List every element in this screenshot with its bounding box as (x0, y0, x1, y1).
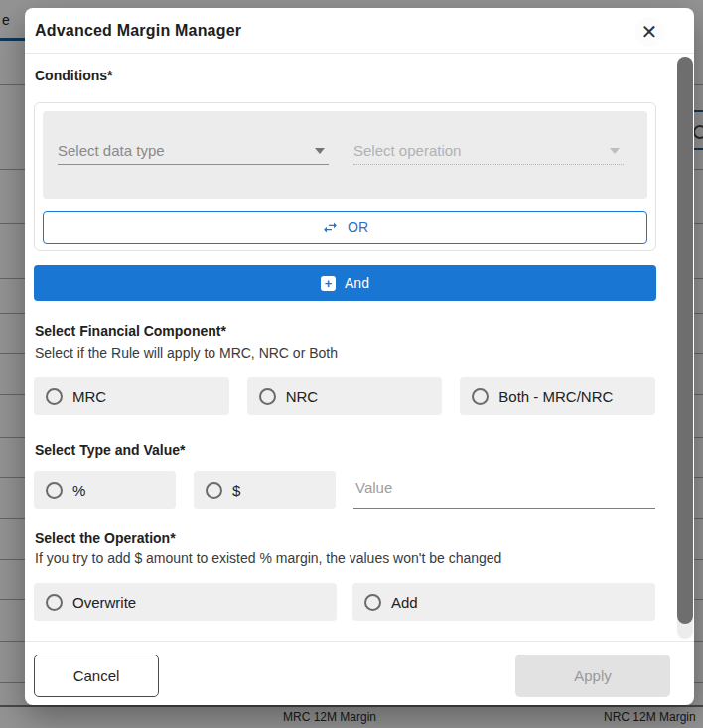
option-add[interactable]: Add (352, 583, 655, 621)
radio-icon (46, 388, 63, 405)
advanced-margin-manager-dialog: Advanced Margin Manager ✕ Conditions* Se… (25, 8, 694, 705)
cancel-button[interactable]: Cancel (34, 655, 159, 697)
chevron-down-icon (610, 148, 620, 154)
type-and-value-label: Select Type and Value* (35, 442, 185, 458)
radio-icon (472, 388, 489, 405)
option-label: $ (232, 482, 240, 499)
and-button-label: And (345, 275, 369, 291)
data-type-select[interactable]: Select data type (58, 137, 329, 165)
operation-options: Overwrite Add (34, 583, 655, 621)
financial-component-description: Select if the Rule will apply to MRC, NR… (35, 345, 338, 361)
option-overwrite[interactable]: Overwrite (34, 583, 337, 621)
option-label: Add (391, 594, 418, 611)
option-label: % (72, 482, 85, 499)
option-label: NRC (286, 388, 319, 405)
option-both-mrc-nrc[interactable]: Both - MRC/NRC (460, 377, 655, 415)
and-button[interactable]: + And (34, 265, 656, 301)
option-dollar[interactable]: $ (194, 471, 336, 509)
operation-select-placeholder: Select operation (353, 142, 461, 159)
plus-box-icon: + (321, 276, 336, 291)
financial-component-label: Select Financial Component* (35, 323, 226, 339)
apply-button[interactable]: Apply (515, 655, 670, 697)
condition-row: Select data type Select operation (43, 111, 647, 199)
data-type-select-placeholder: Select data type (58, 142, 165, 159)
option-nrc[interactable]: NRC (247, 377, 443, 415)
option-percent[interactable]: % (34, 471, 176, 509)
chevron-down-icon (315, 148, 325, 154)
dialog-title: Advanced Margin Manager (35, 22, 241, 40)
financial-component-options: MRC NRC Both - MRC/NRC (34, 377, 655, 415)
radio-icon (364, 594, 381, 611)
or-button[interactable]: OR (43, 211, 647, 244)
radio-icon (259, 388, 276, 405)
radio-icon (206, 482, 222, 499)
operation-label: Select the Operation* (35, 530, 176, 546)
option-label: Overwrite (72, 594, 136, 611)
operation-select[interactable]: Select operation (353, 137, 624, 165)
dialog-header: Advanced Margin Manager ✕ (25, 8, 694, 54)
type-and-value-options: % $ (34, 471, 655, 509)
radio-icon (46, 594, 63, 611)
option-label: Both - MRC/NRC (498, 388, 613, 405)
value-input[interactable] (353, 471, 655, 509)
option-mrc[interactable]: MRC (34, 377, 229, 415)
radio-icon (46, 482, 63, 499)
swap-horizontal-icon (322, 219, 339, 236)
close-icon[interactable]: ✕ (634, 17, 664, 47)
option-label: MRC (72, 388, 106, 405)
scrollbar-thumb[interactable] (677, 57, 693, 624)
operation-description: If you try to add $ amount to existed % … (35, 550, 501, 566)
or-button-label: OR (348, 219, 368, 235)
condition-group-card: Select data type Select operation OR (34, 102, 656, 251)
footer-divider (25, 641, 694, 642)
conditions-label: Conditions* (35, 68, 113, 83)
